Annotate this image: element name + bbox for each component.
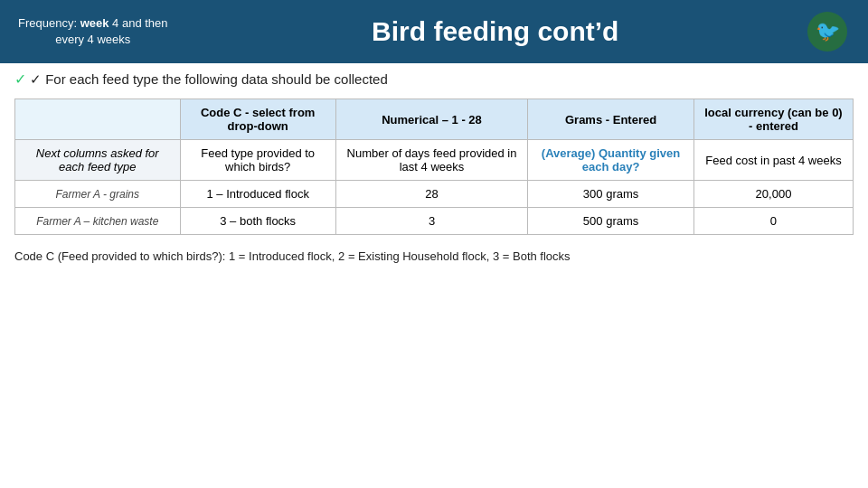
footer-note: Code C (Feed provided to which birds?): … xyxy=(0,242,868,271)
row1-col3: 3 xyxy=(335,208,527,235)
row0-col2: 1 – Introduced flock xyxy=(180,181,335,208)
main-table-wrap: Code C - select from drop-down Numerical… xyxy=(0,95,868,242)
frequency-line1: Frequency: week 4 and then xyxy=(18,15,168,32)
header: Frequency: week 4 and then every 4 weeks… xyxy=(0,0,868,63)
svg-text:🐦: 🐦 xyxy=(816,19,841,43)
subtitle-text: ✓ For each feed type the following data … xyxy=(30,71,388,87)
row1-label: Farmer A – kitchen waste xyxy=(15,208,181,235)
frequency-line3: every 4 weeks xyxy=(18,32,168,48)
frequency-info: Frequency: week 4 and then every 4 weeks xyxy=(18,15,168,48)
row-desc-label: Next columns asked for each feed type xyxy=(15,140,181,181)
table-row: Farmer A - grains 1 – Introduced flock 2… xyxy=(15,181,854,208)
footer-text: Code C (Feed provided to which birds?): … xyxy=(14,249,571,263)
data-table: Code C - select from drop-down Numerical… xyxy=(14,99,854,235)
checkmark-icon: ✓ xyxy=(14,71,26,87)
row-desc-col5: Feed cost in past 4 weeks xyxy=(693,140,853,181)
row1-col2: 3 – both flocks xyxy=(180,208,335,235)
row1-col4: 500 grams xyxy=(528,208,694,235)
table-header-row: Code C - select from drop-down Numerical… xyxy=(15,99,854,140)
row-desc-col3: Number of days feed provided in last 4 w… xyxy=(335,140,527,181)
page-title: Bird feeding cont’d xyxy=(186,16,805,47)
avg-text: (Average) Quantity given each day? xyxy=(542,146,680,174)
freq-bold: week xyxy=(80,16,109,30)
row0-col3: 28 xyxy=(335,181,527,208)
row0-label: Farmer A - grains xyxy=(15,181,181,208)
col-header-2: Numerical – 1 - 28 xyxy=(335,99,527,140)
freq-text1: Frequency: xyxy=(18,16,80,30)
col-header-3: Grams - Entered xyxy=(528,99,694,140)
freq-text2: 4 and then xyxy=(108,16,167,30)
subtitle: ✓✓ For each feed type the following data… xyxy=(0,63,868,95)
table-row: Farmer A – kitchen waste 3 – both flocks… xyxy=(15,208,854,235)
description-row: Next columns asked for each feed type Fe… xyxy=(15,140,854,181)
row-desc-col2: Feed type provided to which birds? xyxy=(180,140,335,181)
col-header-1: Code C - select from drop-down xyxy=(180,99,335,140)
col-header-0 xyxy=(15,99,181,140)
row1-col5: 0 xyxy=(693,208,853,235)
row-desc-col4: (Average) Quantity given each day? xyxy=(528,140,694,181)
row0-col4: 300 grams xyxy=(528,181,694,208)
row0-col5: 20,000 xyxy=(693,181,853,208)
col-header-4: local currency (can be 0) - entered xyxy=(693,99,853,140)
bird-icon: 🐦 xyxy=(805,9,850,54)
